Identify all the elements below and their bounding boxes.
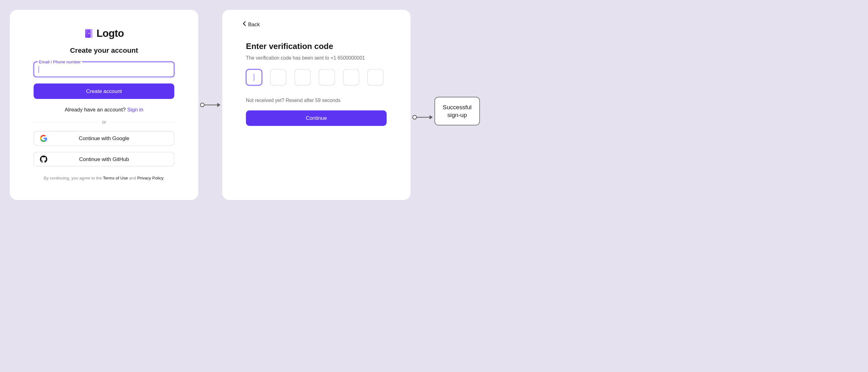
svg-rect-2 [90, 29, 93, 38]
social-divider: or [34, 119, 174, 125]
terms-link[interactable]: Terms of Use [103, 176, 128, 180]
identifier-label: Email / Phone number [38, 60, 82, 65]
input-caret [254, 74, 254, 81]
continue-button[interactable]: Continue [246, 111, 386, 126]
otp-digit-6[interactable] [367, 69, 383, 86]
signup-card: Logto Create your account Email / Phone … [10, 10, 198, 200]
arrow-head-icon [430, 115, 433, 119]
disclaimer-prefix: By continuing, you agree to the [44, 176, 103, 180]
flow-arrow-1 [198, 10, 222, 200]
resend-seconds: 59 [315, 98, 321, 103]
verify-subtitle: The verification code has been sent to +… [246, 55, 365, 61]
flow-diagram: Logto Create your account Email / Phone … [0, 0, 490, 210]
arrow-head-icon [217, 103, 220, 107]
otp-digit-2[interactable] [270, 69, 286, 86]
create-account-button[interactable]: Create account [34, 83, 174, 99]
chevron-left-icon [243, 21, 246, 27]
verify-title: Enter verification code [246, 41, 333, 51]
resend-text: Not received yet? Resend after 59 second… [246, 98, 340, 103]
logto-logo-icon [84, 28, 94, 38]
signup-title: Create your account [70, 46, 138, 54]
otp-digit-4[interactable] [319, 69, 335, 86]
signin-prefix: Already have an account? [65, 107, 126, 113]
divider-line-right [110, 122, 174, 122]
identifier-field[interactable]: Email / Phone number [34, 61, 174, 77]
back-label: Back [248, 21, 260, 27]
arrow-start-icon [200, 103, 205, 107]
success-line-2: sign-up [443, 111, 472, 119]
continue-google-button[interactable]: Continue with Google [34, 131, 174, 145]
otp-digit-1[interactable] [246, 69, 262, 86]
divider-text: or [102, 119, 106, 125]
disclaimer-and: and [128, 176, 137, 180]
verify-card: Back Enter verification code The verific… [222, 10, 410, 200]
arrow-line [205, 105, 217, 105]
legal-disclaimer: By continuing, you agree to the Terms of… [44, 176, 164, 181]
otp-input-row [246, 69, 383, 86]
back-button[interactable]: Back [243, 21, 260, 27]
verify-sub-prefix: The verification code has been sent to [246, 55, 331, 61]
privacy-link[interactable]: Privacy Policy [137, 176, 163, 180]
resend-suffix: seconds [321, 98, 340, 103]
signin-prompt: Already have an account? Sign in [65, 107, 144, 113]
success-chip: Successful sign-up [434, 97, 480, 125]
svg-rect-1 [85, 29, 90, 37]
otp-digit-3[interactable] [294, 69, 311, 86]
arrow-line [417, 117, 430, 118]
resend-prefix: Not received yet? Resend after [246, 98, 315, 103]
brand-row: Logto [84, 27, 124, 39]
success-line-1: Successful [443, 103, 472, 111]
flow-arrow-2 [411, 10, 435, 200]
divider-line-left [34, 122, 98, 122]
input-caret [39, 66, 39, 73]
signin-link[interactable]: Sign in [127, 107, 144, 113]
brand-name: Logto [96, 27, 124, 39]
arrow-start-icon [412, 115, 417, 119]
svg-point-3 [89, 33, 90, 34]
otp-digit-5[interactable] [343, 69, 359, 86]
github-button-label: Continue with GitHub [34, 156, 174, 162]
google-button-label: Continue with Google [34, 136, 174, 141]
verify-sub-number: +1 6500000001 [331, 55, 365, 61]
disclaimer-suffix: . [163, 176, 164, 180]
continue-github-button[interactable]: Continue with GitHub [34, 152, 174, 166]
